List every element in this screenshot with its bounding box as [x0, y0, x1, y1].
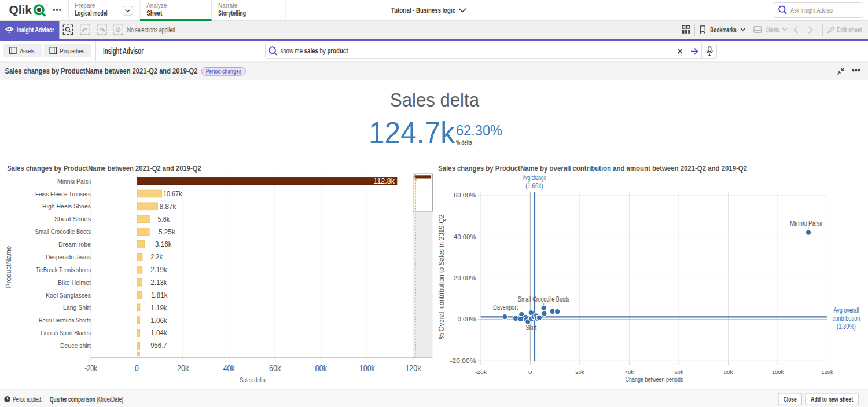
svg-text:Dream robe: Dream robe — [58, 241, 91, 248]
svg-text:Period changes: Period changes — [206, 68, 242, 75]
svg-text:Sheet: Sheet — [146, 9, 163, 17]
svg-text:Narrate: Narrate — [218, 2, 238, 9]
svg-text:% delta: % delta — [456, 139, 472, 146]
svg-text:Small Crocodile Boots: Small Crocodile Boots — [518, 295, 569, 303]
svg-text:60k: 60k — [674, 369, 683, 375]
svg-text:8.87k: 8.87k — [160, 202, 176, 211]
svg-text:Change between periods: Change between periods — [626, 376, 683, 383]
svg-text:Sheat Shoes: Sheat Shoes — [54, 215, 91, 222]
svg-text:20.00%: 20.00% — [454, 274, 476, 281]
svg-text:Bike Helmet: Bike Helmet — [58, 279, 91, 286]
svg-text:2.2k: 2.2k — [150, 252, 163, 261]
svg-text:Properties: Properties — [60, 47, 85, 54]
svg-text:Feiss Fleece Trousers: Feiss Fleece Trousers — [35, 190, 91, 197]
svg-text:Finnish Sport Blades: Finnish Sport Blades — [41, 329, 91, 336]
svg-text:1.04k: 1.04k — [150, 328, 167, 337]
svg-text:Edit sheet: Edit sheet — [837, 26, 863, 34]
svg-text:Deuce shirt: Deuce shirt — [60, 342, 91, 349]
svg-text:Assets: Assets — [20, 47, 34, 54]
svg-text:Prepare: Prepare — [75, 2, 95, 9]
svg-text:62.30%: 62.30% — [456, 122, 502, 139]
svg-text:-20k: -20k — [475, 369, 487, 375]
svg-text:Storytelling: Storytelling — [218, 9, 246, 17]
svg-text:10.67k: 10.67k — [163, 189, 182, 198]
svg-text:Sales changes by ProductName b: Sales changes by ProductName by overall … — [438, 164, 747, 173]
svg-text:Avg overall: Avg overall — [834, 306, 859, 314]
svg-text:Qlik: Qlik — [9, 3, 32, 16]
svg-text:-20.00%: -20.00% — [450, 357, 476, 364]
svg-text:Bookmarks: Bookmarks — [710, 26, 736, 34]
svg-text:100k: 100k — [359, 364, 376, 373]
svg-text:Logical model: Logical model — [75, 9, 108, 17]
svg-text:1.06k: 1.06k — [150, 316, 167, 325]
svg-text:60.00%: 60.00% — [454, 192, 476, 199]
svg-text:Sales changes by ProductName b: Sales changes by ProductName between 202… — [5, 67, 198, 75]
svg-text:(1.66k): (1.66k) — [525, 182, 543, 190]
svg-text:5.25k: 5.25k — [159, 228, 175, 236]
svg-text:(OrderDate): (OrderDate) — [97, 395, 123, 404]
svg-text:Sales changes by ProductName b: Sales changes by ProductName between 202… — [7, 164, 201, 173]
svg-text:40k: 40k — [223, 364, 235, 373]
svg-text:show me sales by product: show me sales by product — [280, 47, 348, 55]
svg-text:20k: 20k — [575, 369, 584, 375]
svg-text:80k: 80k — [315, 364, 328, 373]
svg-text:Small Crocodile Boots: Small Crocodile Boots — [35, 228, 91, 235]
svg-text:No selections applied: No selections applied — [127, 26, 175, 34]
svg-text:0: 0 — [528, 369, 532, 375]
svg-text:Insight Advisor: Insight Advisor — [103, 46, 144, 56]
svg-text:100k: 100k — [772, 369, 784, 375]
svg-text:Add to new sheet: Add to new sheet — [811, 395, 853, 404]
svg-text:956.7: 956.7 — [150, 341, 167, 350]
svg-text:20k: 20k — [177, 364, 189, 373]
svg-text:contribution: contribution — [833, 314, 860, 322]
svg-text:2.13k: 2.13k — [150, 278, 167, 287]
svg-text:3.16k: 3.16k — [155, 240, 172, 248]
svg-text:Avg change: Avg change — [523, 174, 546, 182]
svg-text:2.19k: 2.19k — [150, 265, 167, 274]
svg-text:5.6k: 5.6k — [158, 215, 170, 223]
svg-text:120k: 120k — [405, 364, 421, 373]
svg-text:124.7k: 124.7k — [369, 116, 455, 149]
svg-text:-20k: -20k — [85, 364, 98, 373]
svg-text:Close: Close — [784, 395, 797, 404]
svg-text:(1.39%): (1.39%) — [837, 322, 856, 331]
svg-text:0: 0 — [135, 364, 139, 373]
svg-text:Tutorial - Business logic: Tutorial - Business logic — [391, 6, 455, 14]
svg-text:High Heels Shoes: High Heels Shoes — [42, 203, 91, 210]
svg-text:Lang Shirt: Lang Shirt — [63, 304, 91, 311]
svg-text:Rossi Bermuda Shorts: Rossi Bermuda Shorts — [39, 317, 91, 324]
svg-text:1.19k: 1.19k — [150, 303, 167, 312]
svg-text:TieBreak Tennis shoes: TieBreak Tennis shoes — [36, 266, 91, 273]
svg-text:ProductName: ProductName — [5, 245, 13, 288]
svg-text:40k: 40k — [625, 369, 634, 375]
svg-text:Sales delta: Sales delta — [390, 89, 480, 111]
svg-text:Period applied:: Period applied: — [13, 395, 42, 404]
svg-text:Minnki Pälsii: Minnki Pälsii — [790, 219, 822, 228]
svg-text:Skirt: Skirt — [526, 324, 537, 332]
svg-text:120k: 120k — [822, 369, 833, 375]
svg-text:Sales delta: Sales delta — [240, 376, 266, 383]
svg-text:Kool Sunglasses: Kool Sunglasses — [46, 292, 91, 299]
svg-text:Insight Advisor: Insight Advisor — [17, 26, 54, 34]
svg-text:80k: 80k — [724, 369, 733, 375]
svg-text:Analyze: Analyze — [146, 2, 167, 9]
svg-text:40.00%: 40.00% — [454, 233, 476, 240]
svg-text:112.8k: 112.8k — [373, 177, 395, 185]
svg-text:0.00%: 0.00% — [458, 316, 476, 322]
svg-text:1.81k: 1.81k — [151, 291, 168, 299]
svg-text:Ask Insight Advisor: Ask Insight Advisor — [790, 6, 834, 14]
svg-text:60k: 60k — [269, 364, 281, 373]
svg-text:Davenport: Davenport — [493, 303, 518, 311]
svg-text:Quarter comparison: Quarter comparison — [50, 395, 95, 404]
svg-text:% Overall contribution to Sale: % Overall contribution to Sales in 2019-… — [437, 214, 446, 339]
svg-text:Desperado Jeans: Desperado Jeans — [46, 254, 91, 261]
svg-text:Sheets: Sheets — [766, 26, 779, 34]
svg-text:Minnki Pälsii: Minnki Pälsii — [57, 178, 91, 185]
